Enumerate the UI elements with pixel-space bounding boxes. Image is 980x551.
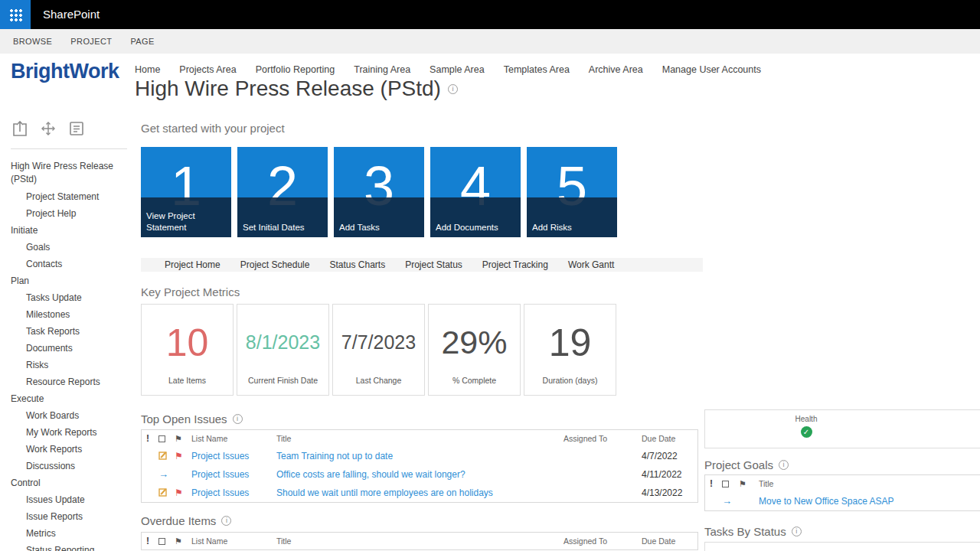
- metric-last-change[interactable]: 7/7/2023 Last Change: [332, 304, 425, 396]
- sidebar-item-project-help[interactable]: Project Help: [0, 205, 135, 222]
- sidebar-item-project-home[interactable]: High Wire Press Release (PStd): [0, 158, 115, 188]
- tile-set-initial-dates[interactable]: 2 Set Initial Dates: [237, 147, 328, 237]
- edit-icon[interactable]: [158, 449, 175, 463]
- column-assigned-to[interactable]: Assigned To: [564, 536, 642, 546]
- sidebar-item-plan[interactable]: Plan: [0, 272, 135, 289]
- sidebar-item-resource-reports[interactable]: Resource Reports: [0, 373, 135, 390]
- issue-title-link[interactable]: Team Training not up to date: [276, 451, 564, 461]
- ribbon-tab-project[interactable]: PROJECT: [70, 37, 112, 46]
- app-launcher-button[interactable]: [0, 0, 31, 29]
- tile-add-risks[interactable]: 5 Add Risks: [527, 147, 617, 237]
- column-title[interactable]: Title: [276, 536, 564, 546]
- tile-add-documents[interactable]: 4 Add Documents: [430, 147, 521, 237]
- info-icon[interactable]: [448, 84, 458, 94]
- ribbon-tab-browse[interactable]: BROWSE: [13, 37, 52, 46]
- sidebar-item-work-boards[interactable]: Work Boards: [0, 407, 135, 424]
- view-tab-strip: Project Home Project Schedule Status Cha…: [141, 258, 703, 272]
- sidebar-item-documents[interactable]: Documents: [0, 340, 135, 357]
- nav-portfolio-reporting[interactable]: Portfolio Reporting: [256, 64, 335, 75]
- nav-sample-area[interactable]: Sample Area: [430, 64, 485, 75]
- top-open-issues-table: List Name Title Assigned To Due Date Pro…: [141, 429, 698, 503]
- sidebar-item-metrics[interactable]: Metrics: [0, 525, 135, 542]
- sidebar-item-project-statement[interactable]: Project Statement: [0, 188, 135, 205]
- nav-templates-area[interactable]: Templates Area: [504, 64, 570, 75]
- sidebar-item-goals[interactable]: Goals: [0, 239, 135, 256]
- column-title[interactable]: Title: [276, 434, 564, 443]
- column-list-name[interactable]: List Name: [191, 434, 276, 443]
- metric-value: 7/7/2023: [333, 305, 424, 376]
- goal-title-link[interactable]: Move to New Office Space ASAP: [759, 496, 980, 507]
- tile-label: Add Documents: [430, 218, 504, 237]
- metric-cards: 10 Late Items 8/1/2023 Current Finish Da…: [141, 304, 616, 396]
- brightwork-logo[interactable]: BrightWork: [11, 60, 119, 83]
- red-flag-icon: [175, 487, 191, 498]
- metric-duration-days[interactable]: 19 Duration (days): [524, 304, 616, 396]
- nav-archive-area[interactable]: Archive Area: [589, 64, 643, 75]
- issue-row: Project Issues Team Training not up to d…: [142, 447, 697, 465]
- tile-add-tasks[interactable]: 3 Add Tasks: [334, 147, 424, 237]
- metric-label: Late Items: [142, 376, 233, 385]
- heading-text: Project Goals: [704, 458, 773, 471]
- nav-manage-user-accounts[interactable]: Manage User Accounts: [662, 64, 761, 75]
- metric-percent-complete[interactable]: 29% % Complete: [428, 304, 521, 396]
- info-icon[interactable]: [779, 460, 789, 470]
- checkbox-column-icon: [158, 435, 165, 442]
- sidebar-item-control[interactable]: Control: [0, 474, 135, 491]
- health-column-label: Health: [705, 415, 907, 423]
- page-title-row: High Wire Press Release (PStd): [135, 77, 458, 101]
- info-icon[interactable]: [792, 527, 802, 536]
- info-icon[interactable]: [233, 414, 243, 424]
- ribbon-tab-page[interactable]: PAGE: [130, 37, 154, 46]
- tile-view-project-statement[interactable]: 1 View Project Statement: [141, 147, 231, 237]
- sidebar-item-status-reporting[interactable]: Status Reporting: [0, 542, 135, 551]
- nav-training-area[interactable]: Training Area: [354, 64, 410, 75]
- tab-status-charts[interactable]: Status Charts: [329, 259, 385, 270]
- tab-project-tracking[interactable]: Project Tracking: [482, 259, 548, 270]
- sidebar-item-risks[interactable]: Risks: [0, 357, 135, 373]
- sidebar-item-execute[interactable]: Execute: [0, 390, 135, 407]
- sidebar-item-tasks-update[interactable]: Tasks Update: [0, 289, 135, 306]
- metric-current-finish-date[interactable]: 8/1/2023 Current Finish Date: [237, 304, 329, 396]
- overdue-items-table: List Name Title Assigned To Due Date: [141, 532, 698, 550]
- sidebar-item-initiate[interactable]: Initiate: [0, 222, 135, 239]
- column-due-date[interactable]: Due Date: [642, 536, 703, 546]
- tab-project-home[interactable]: Project Home: [165, 259, 220, 270]
- flag-column-icon: [175, 536, 191, 546]
- metric-label: % Complete: [429, 376, 520, 385]
- column-due-date[interactable]: Due Date: [642, 434, 703, 443]
- metric-label: Duration (days): [524, 376, 616, 385]
- export-icon[interactable]: [11, 119, 29, 138]
- info-icon[interactable]: [221, 516, 231, 526]
- sidebar-item-discussions[interactable]: Discussions: [0, 458, 135, 474]
- column-title[interactable]: Title: [759, 479, 980, 488]
- tab-project-schedule[interactable]: Project Schedule: [240, 259, 310, 270]
- list-name-link[interactable]: Project Issues: [191, 451, 276, 461]
- notes-document-icon[interactable]: [67, 119, 86, 138]
- edit-icon[interactable]: [158, 486, 175, 500]
- list-name-link[interactable]: Project Issues: [191, 487, 276, 498]
- nav-home[interactable]: Home: [135, 64, 160, 75]
- heading-text: Top Open Issues: [141, 412, 227, 425]
- nav-projects-area[interactable]: Projects Area: [179, 64, 236, 75]
- sidebar-item-issues-update[interactable]: Issues Update: [0, 491, 135, 508]
- issue-title-link[interactable]: Should we wait until more employees are …: [276, 487, 564, 498]
- sidebar-item-contacts[interactable]: Contacts: [0, 256, 135, 272]
- tab-work-gantt[interactable]: Work Gantt: [568, 259, 614, 270]
- tile-label: Add Risks: [527, 218, 577, 237]
- metric-value: 19: [524, 305, 616, 376]
- metric-late-items[interactable]: 10 Late Items: [141, 304, 234, 396]
- top-nav: Home Projects Area Portfolio Reporting T…: [135, 64, 761, 75]
- sidebar-nav: High Wire Press Release (PStd) Project S…: [0, 158, 135, 551]
- sidebar-item-issue-reports[interactable]: Issue Reports: [0, 508, 135, 525]
- move-arrows-icon[interactable]: [39, 119, 57, 138]
- sidebar-item-my-work-reports[interactable]: My Work Reports: [0, 424, 135, 441]
- suite-bar-app-name: SharePoint: [43, 0, 100, 29]
- sidebar-item-milestones[interactable]: Milestones: [0, 306, 135, 323]
- list-name-link[interactable]: Project Issues: [191, 469, 276, 480]
- column-list-name[interactable]: List Name: [191, 536, 276, 546]
- issue-title-link[interactable]: Office costs are falling, should we wait…: [276, 469, 564, 480]
- sidebar-item-task-reports[interactable]: Task Reports: [0, 323, 135, 340]
- sidebar-item-work-reports[interactable]: Work Reports: [0, 441, 135, 458]
- tab-project-status[interactable]: Project Status: [405, 259, 462, 270]
- column-assigned-to[interactable]: Assigned To: [564, 434, 642, 443]
